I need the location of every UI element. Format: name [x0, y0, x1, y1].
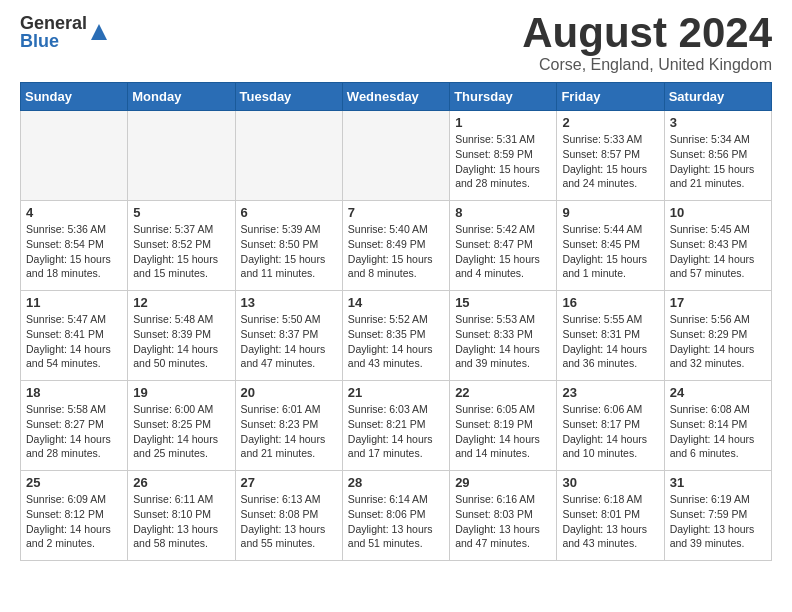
calendar-cell: 20Sunrise: 6:01 AM Sunset: 8:23 PM Dayli… [235, 381, 342, 471]
cell-info: Sunrise: 5:58 AM Sunset: 8:27 PM Dayligh… [26, 402, 122, 461]
calendar-cell: 28Sunrise: 6:14 AM Sunset: 8:06 PM Dayli… [342, 471, 449, 561]
logo-general-text: General [20, 14, 87, 32]
month-year-title: August 2024 [522, 10, 772, 56]
cell-info: Sunrise: 5:42 AM Sunset: 8:47 PM Dayligh… [455, 222, 551, 281]
day-of-week-header: Monday [128, 83, 235, 111]
calendar-cell: 23Sunrise: 6:06 AM Sunset: 8:17 PM Dayli… [557, 381, 664, 471]
cell-info: Sunrise: 6:19 AM Sunset: 7:59 PM Dayligh… [670, 492, 766, 551]
day-number: 21 [348, 385, 444, 400]
cell-info: Sunrise: 6:09 AM Sunset: 8:12 PM Dayligh… [26, 492, 122, 551]
cell-info: Sunrise: 5:47 AM Sunset: 8:41 PM Dayligh… [26, 312, 122, 371]
cell-info: Sunrise: 6:00 AM Sunset: 8:25 PM Dayligh… [133, 402, 229, 461]
cell-info: Sunrise: 6:05 AM Sunset: 8:19 PM Dayligh… [455, 402, 551, 461]
day-of-week-header: Tuesday [235, 83, 342, 111]
cell-info: Sunrise: 6:14 AM Sunset: 8:06 PM Dayligh… [348, 492, 444, 551]
cell-info: Sunrise: 6:16 AM Sunset: 8:03 PM Dayligh… [455, 492, 551, 551]
cell-info: Sunrise: 6:18 AM Sunset: 8:01 PM Dayligh… [562, 492, 658, 551]
cell-info: Sunrise: 5:56 AM Sunset: 8:29 PM Dayligh… [670, 312, 766, 371]
logo-blue-text: Blue [20, 32, 87, 50]
cell-info: Sunrise: 5:53 AM Sunset: 8:33 PM Dayligh… [455, 312, 551, 371]
calendar-table: SundayMondayTuesdayWednesdayThursdayFrid… [20, 82, 772, 561]
calendar-cell: 18Sunrise: 5:58 AM Sunset: 8:27 PM Dayli… [21, 381, 128, 471]
calendar-cell: 19Sunrise: 6:00 AM Sunset: 8:25 PM Dayli… [128, 381, 235, 471]
calendar-cell: 27Sunrise: 6:13 AM Sunset: 8:08 PM Dayli… [235, 471, 342, 561]
calendar-week-row: 4Sunrise: 5:36 AM Sunset: 8:54 PM Daylig… [21, 201, 772, 291]
cell-info: Sunrise: 6:03 AM Sunset: 8:21 PM Dayligh… [348, 402, 444, 461]
calendar-cell: 10Sunrise: 5:45 AM Sunset: 8:43 PM Dayli… [664, 201, 771, 291]
day-number: 19 [133, 385, 229, 400]
day-number: 20 [241, 385, 337, 400]
cell-info: Sunrise: 5:52 AM Sunset: 8:35 PM Dayligh… [348, 312, 444, 371]
calendar-cell: 25Sunrise: 6:09 AM Sunset: 8:12 PM Dayli… [21, 471, 128, 561]
cell-info: Sunrise: 5:37 AM Sunset: 8:52 PM Dayligh… [133, 222, 229, 281]
calendar-cell: 31Sunrise: 6:19 AM Sunset: 7:59 PM Dayli… [664, 471, 771, 561]
page-header: General Blue August 2024 Corse, England,… [20, 10, 772, 74]
calendar-cell: 5Sunrise: 5:37 AM Sunset: 8:52 PM Daylig… [128, 201, 235, 291]
day-number: 10 [670, 205, 766, 220]
day-number: 13 [241, 295, 337, 310]
day-number: 18 [26, 385, 122, 400]
day-of-week-header: Thursday [450, 83, 557, 111]
calendar-cell: 13Sunrise: 5:50 AM Sunset: 8:37 PM Dayli… [235, 291, 342, 381]
calendar-cell: 7Sunrise: 5:40 AM Sunset: 8:49 PM Daylig… [342, 201, 449, 291]
calendar-week-row: 25Sunrise: 6:09 AM Sunset: 8:12 PM Dayli… [21, 471, 772, 561]
calendar-week-row: 11Sunrise: 5:47 AM Sunset: 8:41 PM Dayli… [21, 291, 772, 381]
logo-icon [89, 22, 109, 42]
calendar-cell: 15Sunrise: 5:53 AM Sunset: 8:33 PM Dayli… [450, 291, 557, 381]
cell-info: Sunrise: 6:11 AM Sunset: 8:10 PM Dayligh… [133, 492, 229, 551]
day-number: 26 [133, 475, 229, 490]
day-number: 4 [26, 205, 122, 220]
logo: General Blue [20, 14, 109, 50]
day-of-week-header: Saturday [664, 83, 771, 111]
calendar-cell: 8Sunrise: 5:42 AM Sunset: 8:47 PM Daylig… [450, 201, 557, 291]
svg-marker-0 [91, 24, 107, 40]
calendar-cell [342, 111, 449, 201]
day-number: 23 [562, 385, 658, 400]
day-number: 8 [455, 205, 551, 220]
calendar-cell: 26Sunrise: 6:11 AM Sunset: 8:10 PM Dayli… [128, 471, 235, 561]
day-number: 2 [562, 115, 658, 130]
calendar-cell: 12Sunrise: 5:48 AM Sunset: 8:39 PM Dayli… [128, 291, 235, 381]
day-number: 25 [26, 475, 122, 490]
cell-info: Sunrise: 5:50 AM Sunset: 8:37 PM Dayligh… [241, 312, 337, 371]
day-number: 27 [241, 475, 337, 490]
day-number: 24 [670, 385, 766, 400]
cell-info: Sunrise: 5:31 AM Sunset: 8:59 PM Dayligh… [455, 132, 551, 191]
calendar-cell [21, 111, 128, 201]
day-of-week-header: Friday [557, 83, 664, 111]
calendar-cell: 16Sunrise: 5:55 AM Sunset: 8:31 PM Dayli… [557, 291, 664, 381]
calendar-cell: 2Sunrise: 5:33 AM Sunset: 8:57 PM Daylig… [557, 111, 664, 201]
day-number: 1 [455, 115, 551, 130]
calendar-cell: 3Sunrise: 5:34 AM Sunset: 8:56 PM Daylig… [664, 111, 771, 201]
day-number: 22 [455, 385, 551, 400]
cell-info: Sunrise: 5:36 AM Sunset: 8:54 PM Dayligh… [26, 222, 122, 281]
cell-info: Sunrise: 5:44 AM Sunset: 8:45 PM Dayligh… [562, 222, 658, 281]
day-number: 6 [241, 205, 337, 220]
cell-info: Sunrise: 6:13 AM Sunset: 8:08 PM Dayligh… [241, 492, 337, 551]
calendar-header-row: SundayMondayTuesdayWednesdayThursdayFrid… [21, 83, 772, 111]
day-number: 7 [348, 205, 444, 220]
cell-info: Sunrise: 5:55 AM Sunset: 8:31 PM Dayligh… [562, 312, 658, 371]
cell-info: Sunrise: 6:01 AM Sunset: 8:23 PM Dayligh… [241, 402, 337, 461]
calendar-cell: 14Sunrise: 5:52 AM Sunset: 8:35 PM Dayli… [342, 291, 449, 381]
calendar-cell: 6Sunrise: 5:39 AM Sunset: 8:50 PM Daylig… [235, 201, 342, 291]
calendar-cell [128, 111, 235, 201]
calendar-cell: 30Sunrise: 6:18 AM Sunset: 8:01 PM Dayli… [557, 471, 664, 561]
calendar-cell: 29Sunrise: 6:16 AM Sunset: 8:03 PM Dayli… [450, 471, 557, 561]
day-number: 28 [348, 475, 444, 490]
location-subtitle: Corse, England, United Kingdom [522, 56, 772, 74]
day-of-week-header: Sunday [21, 83, 128, 111]
cell-info: Sunrise: 5:34 AM Sunset: 8:56 PM Dayligh… [670, 132, 766, 191]
day-number: 12 [133, 295, 229, 310]
calendar-cell: 22Sunrise: 6:05 AM Sunset: 8:19 PM Dayli… [450, 381, 557, 471]
cell-info: Sunrise: 6:06 AM Sunset: 8:17 PM Dayligh… [562, 402, 658, 461]
calendar-cell: 17Sunrise: 5:56 AM Sunset: 8:29 PM Dayli… [664, 291, 771, 381]
calendar-cell: 1Sunrise: 5:31 AM Sunset: 8:59 PM Daylig… [450, 111, 557, 201]
day-number: 5 [133, 205, 229, 220]
calendar-cell: 11Sunrise: 5:47 AM Sunset: 8:41 PM Dayli… [21, 291, 128, 381]
day-number: 31 [670, 475, 766, 490]
cell-info: Sunrise: 5:45 AM Sunset: 8:43 PM Dayligh… [670, 222, 766, 281]
cell-info: Sunrise: 5:48 AM Sunset: 8:39 PM Dayligh… [133, 312, 229, 371]
day-number: 15 [455, 295, 551, 310]
cell-info: Sunrise: 6:08 AM Sunset: 8:14 PM Dayligh… [670, 402, 766, 461]
